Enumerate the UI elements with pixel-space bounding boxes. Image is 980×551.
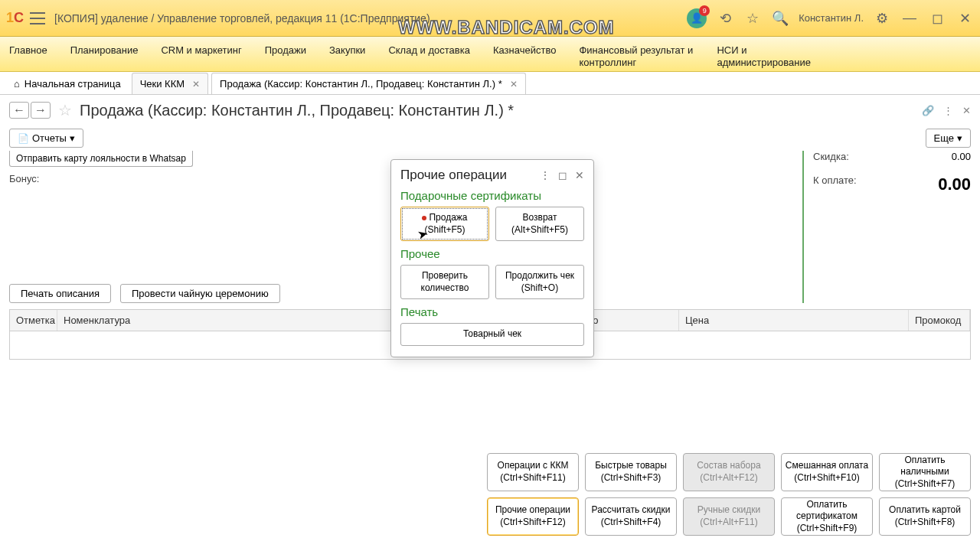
to-pay-label: К оплате: xyxy=(813,174,857,194)
tab-close-icon[interactable]: ✕ xyxy=(510,79,518,90)
home-icon: ⌂ xyxy=(14,78,20,90)
main-nav: Главное Планирование CRM и маркетинг Про… xyxy=(0,37,980,72)
more-button[interactable]: Еще ▾ xyxy=(926,129,971,148)
check-quantity-button[interactable]: Проверить количество xyxy=(400,265,489,299)
col-promo[interactable]: Промокод xyxy=(909,310,970,331)
search-icon[interactable]: 🔍 xyxy=(771,9,789,28)
tea-ceremony-button[interactable]: Провести чайную церемонию xyxy=(120,284,280,303)
action-button[interactable]: Состав набора (Ctrl+Alt+F12) xyxy=(683,453,775,491)
action-button[interactable]: Ручные скидки (Ctrl+Alt+F11) xyxy=(683,497,775,536)
tab-label: Продажа (Кассир: Константин Л., Продавец… xyxy=(220,78,502,90)
favorite-icon[interactable]: ☆ xyxy=(58,101,72,119)
action-button[interactable]: Операции с ККМ (Ctrl+Shift+F11) xyxy=(487,453,579,491)
nav-purchases[interactable]: Закупки xyxy=(329,44,365,57)
tab-label: Чеки ККМ xyxy=(140,78,185,90)
return-certificate-button[interactable]: Возврат (Alt+Shift+F5) xyxy=(495,207,584,241)
avatar[interactable]: 👤 9 xyxy=(687,8,707,28)
star-icon[interactable]: ☆ xyxy=(743,9,762,28)
maximize-icon[interactable]: ◻ xyxy=(928,9,946,28)
tab-home-label: Начальная страница xyxy=(24,78,121,90)
tab-close-icon[interactable]: ✕ xyxy=(192,79,200,90)
dialog-close-icon[interactable]: ✕ xyxy=(575,169,584,181)
whatsapp-button[interactable]: Отправить карту лояльности в Whatsap xyxy=(9,151,193,167)
tab-checks[interactable]: Чеки ККМ ✕ xyxy=(132,73,208,94)
discount-label: Скидка: xyxy=(813,151,849,162)
col-price[interactable]: Цена xyxy=(679,310,909,331)
sale-certificate-button[interactable]: Продажа (Shift+F5) xyxy=(400,207,489,241)
close-page-icon[interactable]: ✕ xyxy=(962,105,971,116)
section-other: Прочее xyxy=(400,247,584,260)
to-pay-value: 0.00 xyxy=(938,174,971,194)
nav-sales[interactable]: Продажи xyxy=(265,44,306,57)
print-description-button[interactable]: Печать описания xyxy=(9,284,111,303)
reports-button[interactable]: Отчеты ▾ xyxy=(9,129,83,148)
section-print: Печать xyxy=(400,305,584,318)
nav-treasury[interactable]: Казначейство xyxy=(493,44,556,57)
bottom-panel: Операции с ККМ (Ctrl+Shift+F11)Быстрые т… xyxy=(487,453,971,536)
action-button[interactable]: Быстрые товары (Ctrl+Shift+F3) xyxy=(585,453,677,491)
tab-home[interactable]: ⌂ Начальная страница xyxy=(6,73,129,94)
nav-warehouse[interactable]: Склад и доставка xyxy=(388,44,470,57)
logo-1c: 1C xyxy=(6,10,24,26)
action-button[interactable]: Оплатить картой (Ctrl+Shift+F8) xyxy=(879,497,971,536)
col-mark[interactable]: Отметка xyxy=(10,310,57,331)
discount-value: 0.00 xyxy=(952,151,971,162)
nav-planning[interactable]: Планирование xyxy=(70,44,139,57)
link-icon[interactable]: 🔗 xyxy=(922,105,934,116)
toolbar: Отчеты ▾ Еще ▾ xyxy=(0,126,980,151)
dialog-menu-icon[interactable]: ⋮ xyxy=(540,169,550,181)
dialog-maximize-icon[interactable]: ◻ xyxy=(558,169,567,181)
continue-check-button[interactable]: Продолжить чек (Shift+O) xyxy=(495,265,584,299)
menu-icon[interactable] xyxy=(30,12,45,24)
more-icon[interactable]: ⋮ xyxy=(943,105,953,116)
tab-sale[interactable]: Продажа (Кассир: Константин Л., Продавец… xyxy=(211,73,526,94)
nav-financial[interactable]: Финансовый результат и контроллинг xyxy=(579,44,694,68)
username[interactable]: Константин Л. xyxy=(799,12,864,24)
page-header: ← → ☆ Продажа (Кассир: Константин Л., Пр… xyxy=(0,95,980,126)
summary-panel: Скидка: 0.00 К оплате: 0.00 xyxy=(802,151,971,303)
action-button[interactable]: Оплатить сертификатом (Ctrl+Shift+F9) xyxy=(781,497,873,536)
nav-crm[interactable]: CRM и маркетинг xyxy=(161,44,241,57)
tabs: ⌂ Начальная страница Чеки ККМ ✕ Продажа … xyxy=(0,72,980,95)
action-button[interactable]: Оплатить наличными (Ctrl+Shift+F7) xyxy=(879,453,971,491)
watermark: WWW.BANDICAM.COM xyxy=(398,17,615,38)
action-button[interactable]: Смешанная оплата (Ctrl+Shift+F10) xyxy=(781,453,873,491)
active-dot-icon xyxy=(422,216,426,220)
history-icon[interactable]: ⟲ xyxy=(716,9,734,28)
nav-admin[interactable]: НСИ и администрирование xyxy=(717,44,831,68)
back-button[interactable]: ← xyxy=(9,102,29,119)
action-button[interactable]: Прочие операции (Ctrl+Shift+F12) xyxy=(487,497,579,536)
action-button[interactable]: Рассчитать скидки (Ctrl+Shift+F4) xyxy=(585,497,677,536)
page-title: Продажа (Кассир: Константин Л., Продавец… xyxy=(80,102,914,119)
minimize-icon[interactable]: — xyxy=(900,9,919,28)
close-icon[interactable]: ✕ xyxy=(956,9,974,28)
notification-badge: 9 xyxy=(699,5,710,16)
print-receipt-button[interactable]: Товарный чек xyxy=(400,323,584,346)
filter-icon[interactable]: ⚙ xyxy=(873,9,891,28)
other-operations-dialog: Прочие операции ⋮ ◻ ✕ Подарочные сертифи… xyxy=(390,159,594,357)
section-certificates: Подарочные сертификаты xyxy=(400,189,584,202)
dialog-title: Прочие операции xyxy=(400,168,532,183)
nav-main[interactable]: Главное xyxy=(9,44,47,57)
forward-button[interactable]: → xyxy=(31,102,51,119)
